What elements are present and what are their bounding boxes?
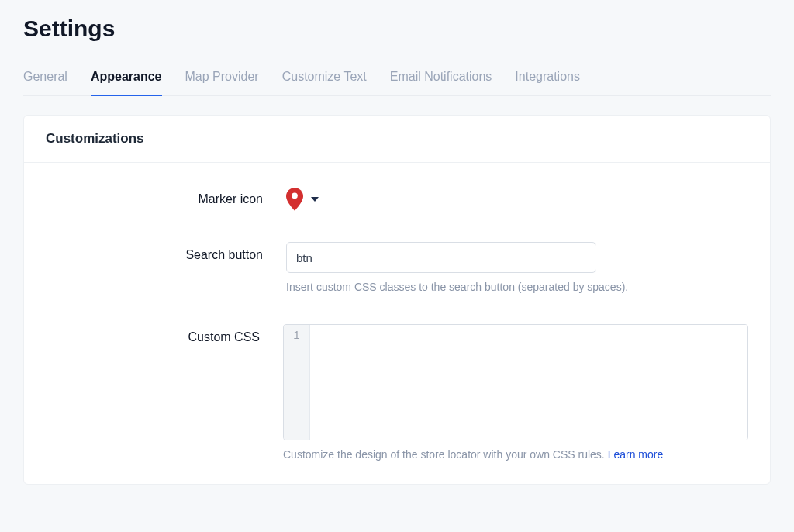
code-line-number: 1 [284,325,310,440]
tab-integrations[interactable]: Integrations [515,64,580,96]
search-button-row: Search button Insert custom CSS classes … [46,242,748,293]
tab-email-notifications[interactable]: Email Notifications [390,64,492,96]
custom-css-label: Custom CSS [46,324,283,344]
search-button-helper: Insert custom CSS classes to the search … [286,281,748,293]
custom-css-row: Custom CSS 1 Customize the design of the… [46,324,748,461]
custom-css-helper-text: Customize the design of the store locato… [283,448,608,461]
tab-general[interactable]: General [23,64,67,96]
svg-point-0 [292,193,298,199]
learn-more-link[interactable]: Learn more [608,448,664,461]
search-button-label: Search button [46,242,286,262]
tab-appearance[interactable]: Appearance [91,64,162,96]
tab-map-provider[interactable]: Map Provider [185,64,259,96]
customizations-panel: Customizations Marker icon Search button [23,115,771,485]
custom-css-editor[interactable]: 1 [283,324,748,440]
custom-css-textarea[interactable] [310,325,747,440]
page-title: Settings [23,16,771,42]
marker-icon-row: Marker icon [46,186,748,211]
map-pin-icon [286,188,303,211]
settings-tabs: General Appearance Map Provider Customiz… [23,64,771,96]
marker-icon-label: Marker icon [46,186,286,206]
panel-title: Customizations [24,116,770,163]
marker-icon-dropdown[interactable] [286,186,748,211]
search-button-input[interactable] [286,242,596,273]
custom-css-helper: Customize the design of the store locato… [283,448,748,461]
tab-customize-text[interactable]: Customize Text [282,64,367,96]
caret-down-icon [311,197,319,202]
